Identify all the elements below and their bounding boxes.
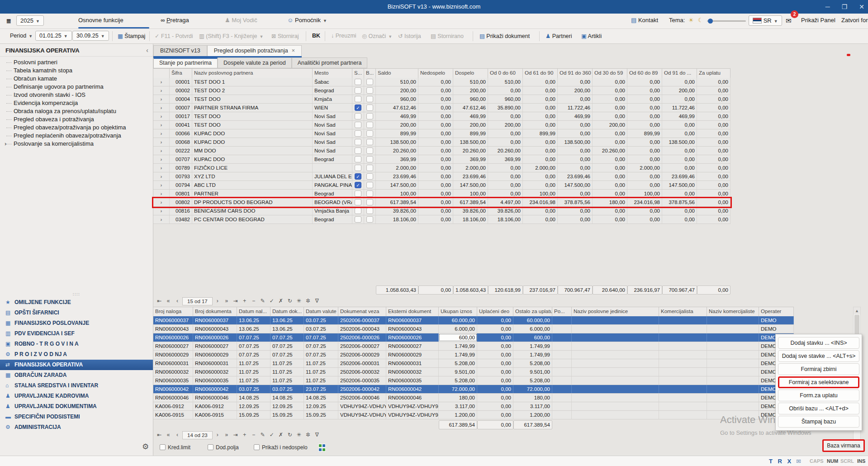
sidebar-item-upravljanje-kadrovima[interactable]: ♟UPRAVLJANJE KADROVIMA <box>0 391 153 401</box>
column-header[interactable]: Naziv poslovnog partnera <box>192 69 313 78</box>
virman-row[interactable]: RN006000027RN00600002707.07.2507.07.2507… <box>153 342 794 351</box>
grid-view-icon[interactable] <box>318 444 326 452</box>
nav-cancel-button[interactable]: ✗ <box>277 431 285 439</box>
kred-limit-checkbox[interactable]: Kred.limit <box>160 444 190 451</box>
nav-next-page-button[interactable]: » <box>223 431 231 439</box>
knjizenje-button[interactable]: ▥ (Shift) F3 - Knjiženje▼ <box>199 33 263 39</box>
istorija-button[interactable]: ↺ Istorija <box>398 33 421 39</box>
partner-row[interactable]: ›00068KUPAC DOONovi Sad138.500,000,00138… <box>153 138 730 147</box>
virman-row[interactable]: KA006-0912KA006-091212.09.2512.09.2512.0… <box>153 402 794 411</box>
year-dropdown[interactable]: 2025▼ <box>16 15 44 26</box>
column-header[interactable]: Od 91 do 360 <box>558 69 593 78</box>
nav-first-button[interactable]: ⇤ <box>155 431 163 439</box>
light-theme-icon[interactable]: ☀ <box>688 17 694 24</box>
partner-row[interactable]: ›00801PARTNERBeograd100,000,00100,000,00… <box>153 190 730 198</box>
sidebar-item-specifi-ni-podsistemi[interactable]: ▬SPECIFIČNI PODSISTEMI <box>0 412 153 422</box>
virman-row[interactable]: RN006000035RN00600003511.07.2511.07.2511… <box>153 376 794 385</box>
sidebar-item-p-r-o-i-z-v-o-d-nj-a[interactable]: ⚙P R O I Z V O D NJ A <box>0 349 153 360</box>
sidebar-item-omiljene-funkcije[interactable]: ★OMILJENE FUNKCIJE <box>0 297 153 308</box>
nav-filter-button[interactable]: ∇ <box>313 297 321 305</box>
partner-row[interactable]: ›00707KUPAC DOOBeograd369,990,00369,9936… <box>153 155 730 164</box>
dod-polja-checkbox[interactable]: Dod.polja <box>208 444 239 451</box>
sidebar-tree-item[interactable]: ›Poslovanje sa komercijalistima <box>0 140 153 148</box>
zatvori-forme-button[interactable]: Zatvori forme <box>841 17 868 24</box>
sidebar-tree-item[interactable]: Obrada naloga za prenos/uplatu/isplatu <box>0 107 153 115</box>
prikazi-panel-button[interactable]: Prikaži Panel <box>801 17 835 24</box>
gear-icon[interactable]: ⚙ <box>142 442 149 452</box>
bk-button[interactable]: BK <box>312 33 320 39</box>
nav-first-button[interactable]: ⇤ <box>155 297 163 305</box>
nav-goto-bookmark-button[interactable]: ✲ <box>304 297 312 305</box>
row-expander-icon[interactable]: › <box>153 164 170 172</box>
virman-row[interactable]: RN006000046RN00600004614.08.2514.08.2514… <box>153 394 794 402</box>
row-expander-icon[interactable]: › <box>153 190 170 198</box>
row-expander-icon[interactable]: › <box>153 121 170 129</box>
b-checkbox[interactable] <box>366 156 373 162</box>
column-header[interactable]: Od 61 do 90 <box>523 69 558 78</box>
sidebar-item-upravljanje-dokumentima[interactable]: ♟UPRAVLJANJE DOKUMENTIMA <box>0 401 153 412</box>
row-expander-icon[interactable]: › <box>153 215 170 223</box>
column-header[interactable]: S... <box>352 69 364 78</box>
column-header[interactable]: Broj naloga <box>153 307 193 316</box>
date-to-field[interactable]: 30.09.25▼ <box>72 31 109 41</box>
row-expander-icon[interactable]: › <box>153 172 170 181</box>
sidebar-item-stalna-sredstva-i-inventar[interactable]: ⌂STALNA SREDSTVA I INVENTAR <box>0 380 153 391</box>
context-menu-item-dodaj-sve-stavke-alt-s[interactable]: Dodaj sve stavke ... <ALT+s> <box>778 350 859 362</box>
sidebar-tree-item[interactable]: Pregled obaveza i potraživanja <box>0 115 153 124</box>
nav-refresh-button[interactable]: ↻ <box>286 431 294 439</box>
virman-row[interactable]: RN006000037RN00600003713.06.2513.06.2503… <box>153 316 794 325</box>
language-dropdown[interactable]: SR▼ <box>749 15 782 26</box>
scroll-up-icon[interactable]: ▲ <box>854 307 860 314</box>
s-checkbox[interactable] <box>355 79 361 85</box>
menu-osnovne-funkcije[interactable]: Osnovne funkcije <box>78 17 123 24</box>
column-header[interactable] <box>153 69 170 78</box>
b-checkbox[interactable] <box>366 190 373 197</box>
s-checkbox[interactable] <box>355 87 361 94</box>
subtab-analiticki-promet[interactable]: Analitički promet partnera <box>292 57 368 68</box>
column-header[interactable]: Ukupan iznos <box>439 307 477 316</box>
column-header[interactable]: Za uplatu <box>697 69 730 78</box>
row-expander-icon[interactable]: › <box>153 95 170 103</box>
column-header[interactable]: Datum valute <box>304 307 338 316</box>
s-checkbox[interactable] <box>355 113 361 119</box>
row-expander-icon[interactable]: › <box>153 198 170 206</box>
sidebar-item-finansijska-operativa[interactable]: ⇄FINANSIJSKA OPERATIVA <box>0 360 153 370</box>
period-dropdown[interactable]: Period▼ <box>10 33 33 39</box>
s-checkbox[interactable]: ✓ <box>355 182 361 188</box>
sidebar-item-finansijsko-poslovanje[interactable]: ▦FINANSIJSKO POSLOVANJE <box>0 318 153 328</box>
s-checkbox[interactable] <box>355 216 361 223</box>
b-checkbox[interactable] <box>366 113 373 119</box>
minimize-button[interactable]: ─ <box>825 3 830 10</box>
nav-delete-button[interactable]: − <box>250 431 258 439</box>
row-expander-icon[interactable]: › <box>153 78 170 86</box>
column-header[interactable]: Mesto <box>313 69 352 78</box>
mail-icon[interactable]: ✉ <box>786 17 792 25</box>
nav-bookmark-button[interactable]: ✳ <box>295 297 303 305</box>
b-checkbox[interactable] <box>366 87 373 94</box>
stampaj-button[interactable]: ▦ Štampaj <box>118 33 145 39</box>
sidebar-item-administracija[interactable]: ⚙ADMINISTRACIJA <box>0 422 153 433</box>
tab-pregled-dospelih[interactable]: Pregled dospelih potraživanja× <box>207 45 302 56</box>
s-checkbox[interactable]: ✓ <box>355 173 361 180</box>
s-checkbox[interactable] <box>355 156 361 162</box>
column-header[interactable]: Dospelo <box>453 69 488 78</box>
virman-row[interactable]: RN006000042RN00600004203.07.2503.07.2523… <box>153 385 794 394</box>
s-checkbox[interactable]: ✓ <box>355 105 361 111</box>
column-header[interactable]: Komercijalista <box>659 307 707 316</box>
s-checkbox[interactable] <box>355 165 361 171</box>
sidebar-tree-item[interactable]: Evidencija kompenzacija <box>0 99 153 107</box>
nav-post-button[interactable]: ✓ <box>268 297 276 305</box>
nav-delete-button[interactable]: − <box>250 297 258 305</box>
prikazi-dokument-button[interactable]: ▤ Prikaži dokument <box>479 33 530 39</box>
preuzmi-button[interactable]: ↓ Preuzmi <box>331 33 356 39</box>
nav-edit-button[interactable]: ✎ <box>259 297 267 305</box>
sidebar-item-op-ti-ifarnici[interactable]: ▤OPŠTI ŠIFARNICI <box>0 308 153 318</box>
splitter-handle[interactable]: ∷∷ <box>0 292 153 297</box>
nav-next-page-button[interactable]: » <box>223 297 231 305</box>
potvrdi-button[interactable]: ✓ F11 - Potvrdi <box>155 33 193 39</box>
partner-row[interactable]: ›00002TEST DOO 2Beograd200,000,00200,000… <box>153 86 730 95</box>
subtab-dospele-valute[interactable]: Dospele valute za period <box>218 57 292 68</box>
column-header[interactable]: Od 0 do 60 <box>488 69 523 78</box>
row-expander-icon[interactable]: › <box>153 129 170 138</box>
column-header[interactable]: Broj dokumenta <box>193 307 237 316</box>
